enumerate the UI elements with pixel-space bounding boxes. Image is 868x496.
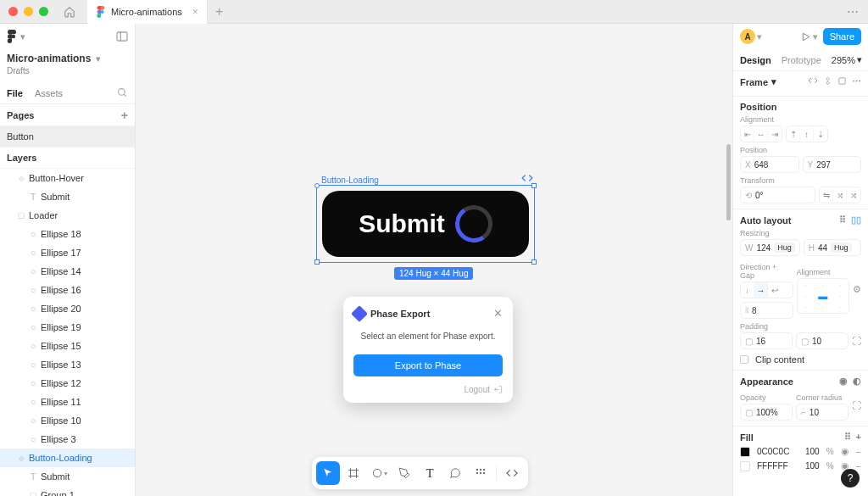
- gap-input[interactable]: ⦀8: [740, 302, 793, 319]
- chevron-down-icon[interactable]: ▾: [96, 53, 101, 64]
- layer-row[interactable]: ○Ellipse 11: [0, 393, 135, 411]
- layer-row[interactable]: ○Ellipse 20: [0, 299, 135, 318]
- present-icon[interactable]: [800, 31, 811, 42]
- layer-row[interactable]: □Loader: [0, 206, 135, 225]
- page-item[interactable]: Button: [0, 126, 135, 147]
- blend-icon[interactable]: ◐: [853, 376, 861, 387]
- add-fill-icon[interactable]: +: [856, 432, 861, 443]
- text-tool[interactable]: T: [418, 461, 442, 485]
- variant-icon[interactable]: [837, 76, 847, 87]
- visibility-icon[interactable]: ◉: [839, 376, 848, 387]
- design-tab-button[interactable]: Design: [740, 55, 771, 65]
- fill-row[interactable]: FFFFFF100%◉−: [740, 460, 861, 471]
- rotation-input[interactable]: ⟲0°: [740, 187, 815, 203]
- pen-tool[interactable]: [392, 461, 416, 485]
- chevron-down-icon[interactable]: ▾: [813, 31, 818, 42]
- autolayout-remove-icon[interactable]: ▯▯: [851, 215, 861, 226]
- comment-tool[interactable]: [443, 461, 467, 485]
- dev-mode-toggle[interactable]: [500, 461, 524, 485]
- padding-h-input[interactable]: ▢16: [740, 332, 793, 349]
- assets-tab-button[interactable]: Assets: [35, 85, 63, 102]
- chevron-down-icon[interactable]: ▾: [20, 31, 25, 42]
- padding-v-input[interactable]: ▢10: [796, 332, 849, 349]
- more-icon[interactable]: ⋯: [852, 76, 861, 87]
- visibility-icon[interactable]: ◉: [841, 446, 849, 457]
- project-name[interactable]: Micro-animations: [7, 53, 91, 64]
- layer-row[interactable]: ○Ellipse 13: [0, 355, 135, 374]
- opacity-input[interactable]: ▢100%: [740, 404, 793, 421]
- remove-icon[interactable]: −: [856, 461, 861, 471]
- avatar[interactable]: A: [740, 29, 755, 44]
- resize-handle[interactable]: [531, 259, 537, 265]
- canvas[interactable]: Button-Loading Submit 124 Hug × 44 Hug P…: [136, 24, 732, 496]
- fill-row[interactable]: 0C0C0C100%◉−: [740, 446, 861, 457]
- layer-row[interactable]: ⟐Button-Hover: [0, 169, 135, 187]
- y-input[interactable]: Y297: [803, 156, 862, 173]
- layer-row[interactable]: ○Ellipse 17: [0, 243, 135, 262]
- width-input[interactable]: W124Hug: [740, 239, 800, 256]
- search-icon[interactable]: [117, 87, 128, 98]
- actions-tool[interactable]: [469, 461, 492, 485]
- padding-individual-icon[interactable]: ⛶: [852, 336, 861, 346]
- button-loading-frame[interactable]: Submit: [322, 191, 529, 257]
- help-button[interactable]: ?: [841, 469, 860, 488]
- direction-segment[interactable]: ↓→↩: [740, 281, 793, 298]
- layer-row[interactable]: ○Ellipse 10: [0, 411, 135, 430]
- chevron-down-icon[interactable]: ▾: [771, 76, 776, 87]
- prototype-tab-button[interactable]: Prototype: [782, 55, 821, 65]
- code-icon[interactable]: [808, 76, 818, 87]
- chevron-down-icon[interactable]: ▾: [857, 54, 862, 65]
- export-to-phase-button[interactable]: Export to Phase: [353, 354, 503, 376]
- flip-segment[interactable]: ⇋⤭⤮: [819, 187, 861, 203]
- close-window-icon[interactable]: [8, 7, 18, 16]
- file-tab-button[interactable]: File: [7, 85, 23, 102]
- chevron-down-icon[interactable]: ▾: [757, 31, 762, 42]
- maximize-window-icon[interactable]: [39, 7, 48, 16]
- zoom-level[interactable]: 295%: [832, 55, 855, 65]
- file-tab[interactable]: Micro-animations ×: [87, 0, 208, 24]
- alignment-grid[interactable]: ··· ·▬· ···: [797, 278, 850, 314]
- frame-tool[interactable]: [342, 461, 365, 485]
- add-page-icon[interactable]: +: [121, 109, 128, 122]
- close-icon[interactable]: ✕: [493, 307, 503, 320]
- shape-tool[interactable]: ▾: [367, 461, 391, 485]
- layer-row[interactable]: ○Ellipse 15: [0, 337, 135, 355]
- pages-section-label[interactable]: Pages: [7, 110, 34, 120]
- frame-type-dropdown[interactable]: Frame: [740, 77, 768, 87]
- layer-row[interactable]: ○Ellipse 14: [0, 262, 135, 281]
- frame-name-label[interactable]: Button-Loading: [321, 176, 379, 185]
- move-tool[interactable]: [316, 461, 340, 485]
- logout-icon[interactable]: [493, 385, 503, 394]
- toggle-sidebar-icon[interactable]: [116, 31, 128, 42]
- height-input[interactable]: H44Hug: [804, 239, 861, 256]
- autolayout-suggest-icon[interactable]: ⠿: [839, 215, 846, 226]
- scrollbar[interactable]: [726, 144, 731, 220]
- clip-content-checkbox[interactable]: [740, 355, 748, 364]
- align-vertical-segment[interactable]: ⇡↕⇣: [786, 125, 828, 142]
- layer-row[interactable]: ○Ellipse 16: [0, 281, 135, 299]
- layer-row[interactable]: ○Ellipse 3: [0, 430, 135, 449]
- autolayout-settings-icon[interactable]: ⚙: [853, 284, 861, 295]
- window-menu-icon[interactable]: ⋯: [847, 5, 860, 19]
- layer-row[interactable]: TSubmit: [0, 467, 135, 486]
- component-icon[interactable]: [823, 76, 832, 87]
- x-input[interactable]: X648: [740, 156, 799, 173]
- fill-style-icon[interactable]: ⠿: [844, 432, 851, 443]
- layer-row[interactable]: ⟐Button-Loading: [0, 449, 135, 467]
- resize-handle[interactable]: [531, 183, 537, 188]
- project-location[interactable]: Drafts: [0, 66, 135, 82]
- resize-handle[interactable]: [314, 183, 320, 188]
- layers-section-label[interactable]: Layers: [7, 153, 36, 163]
- layer-row[interactable]: ○Ellipse 18: [0, 225, 135, 243]
- logout-link[interactable]: Logout: [464, 385, 490, 394]
- minimize-window-icon[interactable]: [24, 7, 33, 16]
- layer-row[interactable]: TSubmit: [0, 187, 135, 206]
- layer-row[interactable]: ○Ellipse 19: [0, 318, 135, 337]
- align-horizontal-segment[interactable]: ⇤↔⇥: [740, 125, 782, 142]
- home-button[interactable]: [58, 1, 81, 23]
- corner-radius-input[interactable]: ⌐10: [796, 404, 849, 421]
- resize-handle[interactable]: [314, 259, 320, 265]
- new-tab-button[interactable]: +: [208, 4, 231, 20]
- remove-icon[interactable]: −: [856, 447, 861, 457]
- layer-row[interactable]: ○Ellipse 12: [0, 374, 135, 393]
